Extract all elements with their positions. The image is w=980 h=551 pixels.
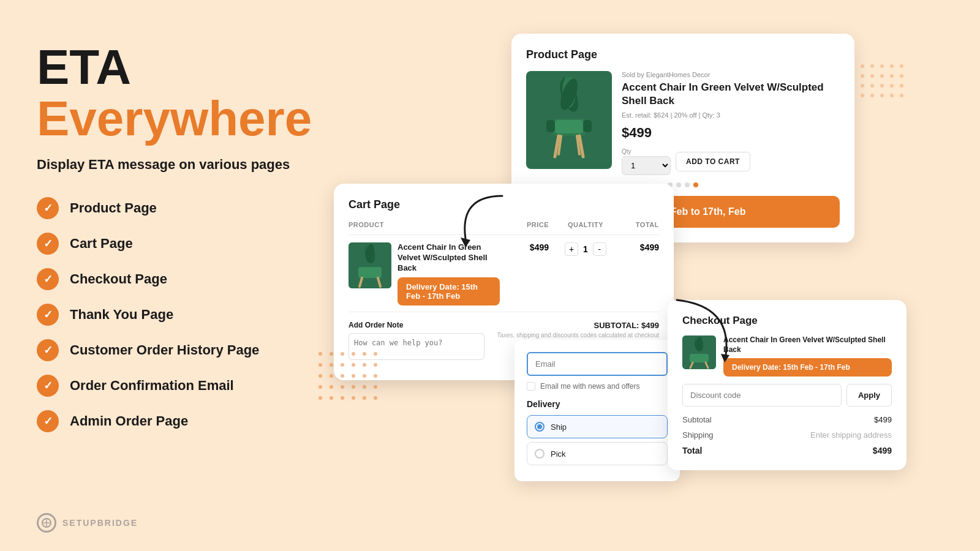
shipping-price-row: Shipping Enter shipping address: [682, 430, 892, 440]
svg-point-37: [374, 352, 377, 356]
svg-point-36: [363, 352, 366, 356]
dot-active: [693, 182, 698, 187]
svg-point-52: [341, 385, 344, 389]
check-icon: [37, 339, 59, 361]
order-note-label: Add Order Note: [349, 321, 484, 329]
check-icon: [37, 375, 59, 397]
subtotal-row: SUBTOTAL: $499: [497, 321, 659, 330]
add-to-cart-button[interactable]: ADD TO CART: [676, 152, 750, 171]
check-icon: [37, 410, 59, 432]
subtotal-label: SUBTOTAL:: [594, 321, 639, 330]
svg-point-32: [318, 352, 322, 356]
email-input[interactable]: [527, 352, 668, 376]
svg-point-41: [352, 363, 355, 367]
price-breakdown: Subtotal $499 Shipping Enter shipping ad…: [682, 415, 892, 455]
svg-point-57: [330, 396, 333, 400]
check-icon: [37, 233, 59, 255]
subtitle: Display ETA message on various pages: [37, 157, 331, 173]
cart-delivery-banner: Delivery Date: 15th Feb - 17th Feb: [398, 277, 500, 305]
svg-marker-30: [461, 238, 470, 247]
pick-radio[interactable]: [535, 449, 545, 459]
cart-item-image: [349, 242, 391, 288]
delivery-section-label: Delivery: [527, 399, 668, 409]
left-panel: ETA Everywhere Display ETA message on va…: [37, 43, 331, 432]
feature-label: Checkout Page: [70, 271, 167, 287]
svg-point-77: [861, 94, 864, 97]
shipping-value: Enter shipping address: [810, 430, 892, 440]
list-item: Order Confirmation Email: [37, 375, 331, 397]
svg-point-34: [341, 352, 344, 356]
cart-qty-controls: + 1 -: [555, 242, 616, 256]
list-item: Admin Order Page: [37, 410, 331, 432]
feature-label: Order Confirmation Email: [70, 378, 234, 394]
cart-total-value: $499: [622, 242, 659, 252]
svg-point-71: [900, 74, 903, 78]
svg-point-75: [890, 84, 894, 88]
svg-point-64: [880, 64, 884, 68]
svg-point-65: [890, 64, 894, 68]
svg-point-68: [870, 74, 874, 78]
svg-point-47: [352, 374, 355, 378]
logo-text: SETUPBRIDGE: [62, 518, 138, 528]
svg-point-51: [330, 385, 333, 389]
qty-select[interactable]: 123: [622, 156, 671, 175]
svg-point-33: [330, 352, 333, 356]
subtotal-label: Subtotal: [682, 415, 712, 424]
svg-point-59: [352, 396, 355, 400]
svg-rect-10: [546, 120, 555, 132]
check-icon: [37, 197, 59, 219]
pick-option[interactable]: Pick: [527, 442, 668, 465]
svg-point-72: [861, 84, 864, 88]
email-checkbox-label: Email me with news and offers: [540, 382, 640, 391]
checkout-product-info: Accent Chair In Green Velvet W/Sculpted …: [723, 335, 892, 377]
svg-point-73: [870, 84, 874, 88]
svg-point-39: [330, 363, 333, 367]
list-item: Product Page: [37, 197, 331, 219]
qty-increase-button[interactable]: -: [593, 242, 606, 256]
ship-option[interactable]: Ship: [527, 415, 668, 438]
discount-row: Apply: [682, 384, 892, 407]
subtotal-value: $499: [641, 321, 659, 330]
svg-point-45: [330, 374, 333, 378]
check-icon: [37, 268, 59, 290]
qty-decrease-button[interactable]: +: [565, 242, 578, 256]
checkout-mid-card: Email me with news and offers Delivery S…: [514, 340, 680, 481]
svg-point-58: [341, 396, 344, 400]
svg-point-48: [363, 374, 366, 378]
logo: SETUPBRIDGE: [37, 513, 138, 533]
svg-point-55: [374, 385, 377, 389]
subtotal-value: $499: [874, 415, 892, 424]
list-item: Cart Page: [37, 233, 331, 255]
list-item: Customer Order History Page: [37, 339, 331, 361]
svg-rect-9: [555, 120, 583, 133]
svg-rect-20: [358, 267, 382, 278]
shipping-label: Shipping: [682, 430, 714, 440]
svg-point-61: [374, 396, 377, 400]
discount-input[interactable]: [682, 384, 842, 407]
ship-radio[interactable]: [535, 422, 545, 432]
total-value: $499: [873, 446, 892, 455]
svg-point-50: [318, 385, 322, 389]
svg-point-69: [880, 74, 884, 78]
svg-point-76: [900, 84, 903, 88]
svg-point-44: [318, 374, 322, 378]
apply-button[interactable]: Apply: [846, 384, 892, 407]
svg-point-54: [363, 385, 366, 389]
check-icon: [37, 304, 59, 326]
logo-circle: [37, 513, 56, 533]
svg-point-35: [352, 352, 355, 356]
svg-point-80: [890, 94, 894, 97]
svg-point-60: [363, 396, 366, 400]
product-price: $499: [622, 125, 840, 141]
eta-title: ETA: [37, 43, 331, 92]
svg-point-56: [318, 396, 322, 400]
svg-point-46: [341, 374, 344, 378]
svg-point-43: [374, 363, 377, 367]
product-name: Accent Chair In Green Velvet W/Sculpted …: [622, 81, 840, 108]
sold-by-label: Sold by ElegantHomes Decor: [622, 71, 840, 78]
email-checkbox[interactable]: [527, 382, 535, 391]
subtotal-price-row: Subtotal $499: [682, 415, 892, 424]
svg-point-78: [870, 94, 874, 97]
arrow-2: [671, 294, 738, 370]
pick-label: Pick: [551, 449, 566, 459]
